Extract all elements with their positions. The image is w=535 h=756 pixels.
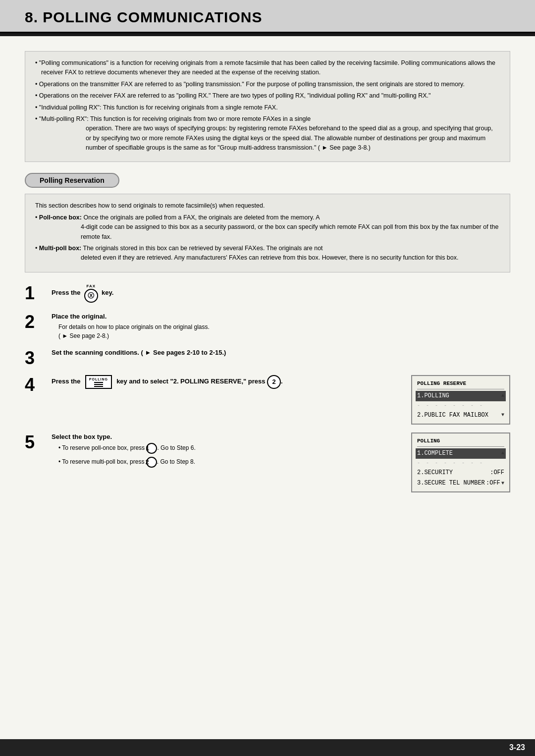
lcd-dashes-4: - - - - - - - - bbox=[417, 401, 504, 410]
step-1-row: 1 Press the FAX ⓧ key. bbox=[25, 283, 510, 304]
polling-line-2 bbox=[94, 384, 103, 385]
section-badge-wrapper: Polling Reservation bbox=[25, 173, 510, 188]
lcd-row-1-polling: 1.POLLING ▲ bbox=[416, 391, 506, 401]
section-badge: Polling Reservation bbox=[25, 173, 119, 188]
circle-1-step5[interactable]: 1 bbox=[146, 443, 157, 454]
step-5-text: Select the box type. To reserve poll-onc… bbox=[52, 432, 401, 492]
step-4-content: Press the POLLING key and to select "2. … bbox=[49, 375, 510, 425]
step-5-lcd-screen: POLLING 1.COMPLETE ▲ - - - - - - - - 2.S… bbox=[411, 432, 510, 492]
step-5-sub-1: To reserve poll-once box, press 1. Go to… bbox=[58, 443, 401, 454]
lcd-title-row-5: POLLING bbox=[417, 436, 504, 447]
lcd-item-2-security: 2.SECURITY bbox=[417, 468, 453, 478]
desc-box: This section describes how to send origi… bbox=[25, 194, 510, 272]
step-3-main: Set the scanning conditions. ( ► See pag… bbox=[52, 348, 510, 357]
step-3-content: Set the scanning conditions. ( ► See pag… bbox=[49, 348, 510, 359]
step-2-main: Place the original. bbox=[52, 312, 510, 321]
circle-2-key[interactable]: 2 bbox=[267, 375, 281, 389]
circle-2-step5[interactable]: 2 bbox=[146, 457, 157, 468]
polling-line-1 bbox=[94, 382, 103, 383]
step-3-row: 3 Set the scanning conditions. ( ► See p… bbox=[25, 348, 510, 367]
lcd-item-2-mailbox: 2.PUBLIC FAX MAILBOX bbox=[417, 411, 488, 420]
step-2-content: Place the original. For details on how t… bbox=[49, 312, 510, 340]
step-3-number: 3 bbox=[25, 349, 49, 367]
step-4-main: Press the POLLING key and to select "2. … bbox=[52, 375, 401, 389]
step-2-row: 2 Place the original. For details on how… bbox=[25, 312, 510, 340]
intro-bullet-2: Operations on the transmitter FAX are re… bbox=[35, 80, 500, 89]
intro-bullet-1: "Polling communications" is a function f… bbox=[35, 58, 500, 78]
step-5-main: Select the box type. bbox=[52, 432, 401, 441]
step-5-sub: To reserve poll-once box, press 1. Go to… bbox=[58, 443, 401, 468]
step-1-number: 1 bbox=[25, 284, 49, 302]
polling-line-3 bbox=[94, 386, 103, 387]
lcd-arrow-down-5: ▼ bbox=[501, 480, 504, 487]
fax-label: FAX bbox=[86, 283, 96, 289]
lcd-title-row-4: POLLING RESERVE bbox=[417, 379, 504, 389]
desc-multi-poll-cont: deleted even if they are retrieved. Any … bbox=[81, 253, 500, 263]
lcd-arrow-down-4: ▼ bbox=[501, 411, 504, 419]
polling-key-lines bbox=[94, 382, 103, 387]
lcd-value-2-security: :OFF bbox=[490, 468, 504, 478]
desc-poll-once-cont: 4-digit code can be assigned to this box… bbox=[81, 222, 500, 242]
lcd-arrow-up-5: ▲ bbox=[501, 449, 504, 457]
step-5-row: 5 Select the box type. To reserve poll-o… bbox=[25, 432, 510, 492]
desc-bullet-multi-poll: Multi-poll box: The originals stored in … bbox=[35, 244, 500, 263]
lcd-item-3-secure-tel: 3.SECURE TEL NUMBER bbox=[417, 479, 485, 488]
step-5-sub-2: To reserve multi-poll box, press 2. Go t… bbox=[58, 457, 401, 468]
intro-bullet-5: "Multi-polling RX": This function is for… bbox=[35, 114, 500, 153]
lcd-row-2-security: 2.SECURITY :OFF bbox=[417, 468, 504, 478]
main-content: "Polling communications" is a function f… bbox=[0, 36, 535, 739]
step-2-sub: For details on how to place originals on… bbox=[58, 323, 510, 340]
polling-key-icon[interactable]: POLLING bbox=[85, 375, 112, 389]
lcd-arrow-up-4: ▲ bbox=[501, 392, 504, 400]
header-section: 8. POLLING COMMUNICATIONS bbox=[0, 0, 535, 33]
intro-box: "Polling communications" is a function f… bbox=[25, 51, 510, 162]
step-5-content: Select the box type. To reserve poll-onc… bbox=[49, 432, 510, 492]
step-5-number: 5 bbox=[25, 433, 49, 451]
lcd-value-3-secure-tel: :OFF bbox=[486, 479, 500, 488]
step-1-content: Press the FAX ⓧ key. bbox=[49, 283, 510, 304]
desc-bullet-poll-once: Poll-once box: Once the originals are po… bbox=[35, 213, 500, 242]
step-1-main: Press the FAX ⓧ key. bbox=[52, 283, 510, 303]
step-4-lcd-screen: POLLING RESERVE 1.POLLING ▲ - - - - - - … bbox=[411, 375, 510, 425]
page-wrapper: 8. POLLING COMMUNICATIONS 3 "Polling com… bbox=[0, 0, 535, 756]
page-number-bar: 3-23 bbox=[0, 739, 535, 756]
lcd-row-3-secure-tel: 3.SECURE TEL NUMBER :OFF ▼ bbox=[417, 478, 504, 488]
chapter-title: 8. POLLING COMMUNICATIONS bbox=[25, 9, 510, 26]
intro-bullet-3: Operations on the receiver FAX are refer… bbox=[35, 91, 500, 101]
lcd-row-2-mailbox: 2.PUBLIC FAX MAILBOX ▼ bbox=[417, 410, 504, 421]
steps-section: 1 Press the FAX ⓧ key. 2 Place bbox=[25, 283, 510, 493]
lcd-item-1-complete: 1.COMPLETE bbox=[417, 449, 453, 458]
step-4-row: 4 Press the POLLING bbox=[25, 375, 510, 425]
lcd-title-4: POLLING RESERVE bbox=[417, 379, 466, 388]
lcd-item-1-polling: 1.POLLING bbox=[417, 391, 449, 401]
page-number: 3-23 bbox=[509, 743, 525, 752]
fax-key-icon: FAX ⓧ bbox=[84, 283, 98, 303]
step-2-number: 2 bbox=[25, 313, 49, 331]
multi-poll-continuation: operation. There are two ways of specify… bbox=[86, 124, 500, 153]
desc-intro: This section describes how to send origi… bbox=[35, 201, 500, 211]
step-4-text: Press the POLLING key and to select "2. … bbox=[52, 375, 401, 425]
step-4-number: 4 bbox=[25, 376, 49, 394]
lcd-dashes-5: - - - - - - - - bbox=[417, 459, 504, 468]
fax-circle-key[interactable]: ⓧ bbox=[84, 289, 98, 303]
lcd-row-1-complete: 1.COMPLETE ▲ bbox=[416, 448, 506, 459]
intro-bullet-4: "Individual polling RX": This function i… bbox=[35, 103, 500, 112]
lcd-title-5: POLLING bbox=[417, 437, 440, 446]
